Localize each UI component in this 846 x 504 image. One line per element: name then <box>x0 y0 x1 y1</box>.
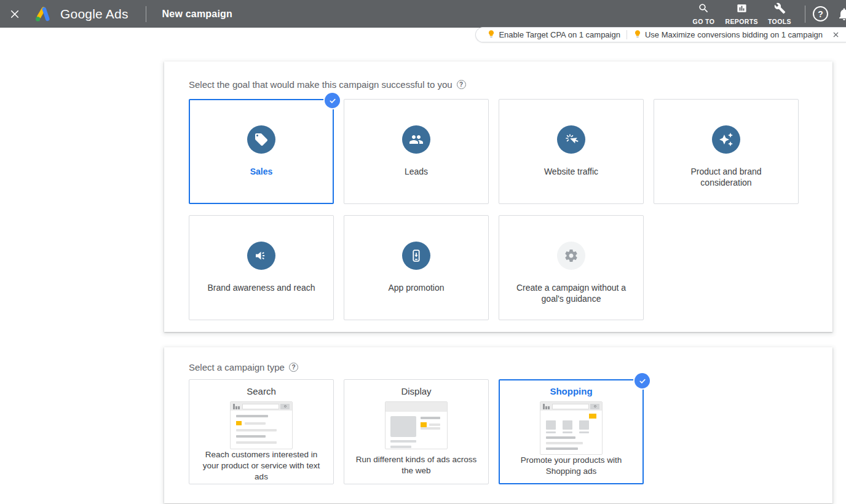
wrench-icon <box>774 2 786 17</box>
goal-label: Create a campaign without a goal's guida… <box>499 282 643 304</box>
display-ad-illustration <box>385 401 448 449</box>
goal-label: Product and brand consideration <box>654 166 798 188</box>
question-mark-glyph: ? <box>459 81 463 88</box>
app-bar-right: GO TO REPORTS TOOLS ? <box>686 2 846 25</box>
goal-card-product-brand-consideration[interactable]: Product and brand consideration <box>654 99 799 204</box>
goal-label: Sales <box>239 166 284 177</box>
goal-card-no-goal[interactable]: Create a campaign without a goal's guida… <box>499 215 644 320</box>
product-name: Google Ads <box>60 7 128 22</box>
google-ads-logo-icon <box>33 5 52 23</box>
goal-label: Brand awareness and reach <box>196 282 326 293</box>
go-to-label: GO TO <box>693 18 715 25</box>
suggestion-chip-bar: Enable Target CPA on 1 campaign Use Maxi… <box>475 27 846 42</box>
people-icon <box>402 125 430 154</box>
type-description: Run different kinds of ads across the we… <box>354 454 479 476</box>
goal-card-website-traffic[interactable]: Website traffic <box>499 99 644 204</box>
goal-selection-panel: Select the goal that would make this cam… <box>164 61 832 332</box>
gear-icon <box>557 242 585 270</box>
suggestion-text: Enable Target CPA on 1 campaign <box>499 30 620 39</box>
type-card-display[interactable]: Display <box>344 379 489 484</box>
goal-card-grid: Sales Leads <box>164 99 832 320</box>
tag-icon <box>247 125 275 154</box>
shopping-ad-illustration <box>540 401 603 455</box>
tools-button[interactable]: TOOLS <box>762 2 797 25</box>
goal-card-app-promotion[interactable]: App promotion <box>344 215 489 320</box>
search-icon <box>698 2 710 17</box>
question-mark-glyph: ? <box>291 364 295 371</box>
app-bar-left: Google Ads New campaign <box>0 5 232 23</box>
goal-card-leads[interactable]: Leads <box>344 99 489 204</box>
selected-check-icon <box>634 373 650 388</box>
goal-label: Leads <box>393 166 439 177</box>
goal-label: Website traffic <box>533 166 609 177</box>
go-to-button[interactable]: GO TO <box>686 2 721 25</box>
campaign-type-panel: Select a campaign type ? Search <box>164 347 832 503</box>
page-title: New campaign <box>162 9 232 20</box>
goal-card-sales[interactable]: Sales <box>189 99 334 204</box>
new-campaign-screen: Google Ads New campaign GO TO REPORTS <box>0 0 846 504</box>
click-cursor-icon <box>557 125 585 154</box>
type-title: Display <box>401 386 431 396</box>
type-description: Promote your products with Shopping ads <box>508 455 634 477</box>
reports-icon <box>736 2 748 17</box>
type-card-row: Search Reach customers int <box>164 379 832 484</box>
app-bar: Google Ads New campaign GO TO REPORTS <box>0 0 846 28</box>
speaker-icon <box>247 242 275 270</box>
selected-check-icon <box>325 93 340 108</box>
type-help-icon[interactable]: ? <box>289 363 298 372</box>
search-ad-illustration <box>230 401 293 449</box>
type-description: Reach customers interested in your produ… <box>199 449 324 482</box>
goal-card-brand-awareness[interactable]: Brand awareness and reach <box>189 215 334 320</box>
reports-label: REPORTS <box>725 18 758 25</box>
lightbulb-icon <box>633 30 642 41</box>
question-mark-glyph: ? <box>818 9 823 19</box>
goal-help-icon[interactable]: ? <box>457 80 466 89</box>
type-card-shopping[interactable]: Shopping <box>499 379 644 484</box>
goal-heading-text: Select the goal that would make this cam… <box>189 79 453 90</box>
goal-label: App promotion <box>377 282 455 293</box>
lightbulb-icon <box>487 30 496 41</box>
notifications-bell-icon[interactable] <box>837 7 846 22</box>
help-button[interactable]: ? <box>813 6 828 22</box>
chip-divider <box>627 30 627 39</box>
app-install-icon <box>402 242 430 270</box>
suggestion-text: Use Maximize conversions bidding on 1 ca… <box>645 30 823 39</box>
type-section-heading: Select a campaign type ? <box>164 347 832 379</box>
app-bar-right-divider <box>805 6 805 23</box>
dismiss-suggestions-icon[interactable] <box>830 30 841 41</box>
sparkles-icon <box>712 125 740 154</box>
close-icon[interactable] <box>6 6 23 23</box>
type-title: Shopping <box>550 386 592 396</box>
reports-button[interactable]: REPORTS <box>721 2 762 25</box>
app-bar-divider <box>146 6 146 22</box>
suggestion-maximize-conversions[interactable]: Use Maximize conversions bidding on 1 ca… <box>630 30 826 41</box>
goal-section-heading: Select the goal that would make this cam… <box>164 61 832 99</box>
type-heading-text: Select a campaign type <box>189 362 285 372</box>
tools-label: TOOLS <box>768 18 791 25</box>
suggestion-target-cpa[interactable]: Enable Target CPA on 1 campaign <box>483 30 624 41</box>
type-title: Search <box>247 386 276 396</box>
type-card-search[interactable]: Search Reach customers int <box>189 379 334 484</box>
